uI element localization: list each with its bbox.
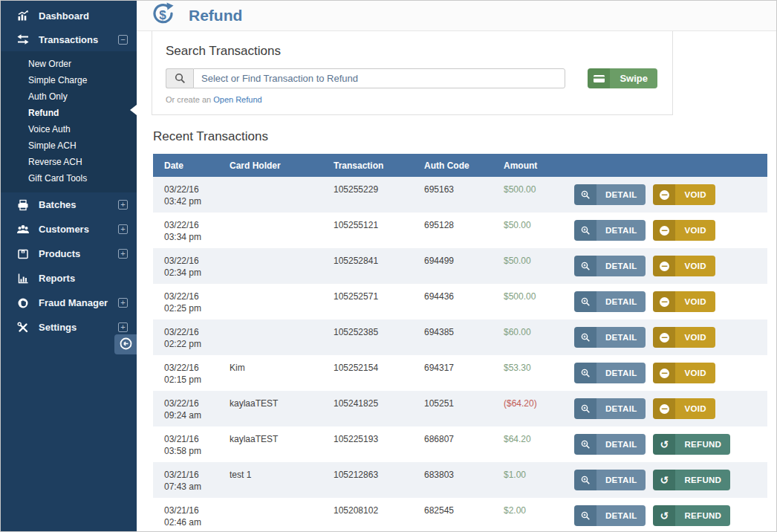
void-button[interactable]: −VOID: [653, 184, 715, 205]
expand-section-toggle[interactable]: +: [118, 249, 128, 259]
submenu-item-auth-only[interactable]: Auth Only: [1, 88, 137, 105]
submenu-item-simple-charge[interactable]: Simple Charge: [1, 72, 137, 88]
sidebar-item-customers[interactable]: Customers +: [1, 217, 137, 241]
detail-button[interactable]: DETAIL: [574, 220, 646, 241]
refund-button[interactable]: ↺REFUND: [653, 470, 730, 490]
void-button[interactable]: −VOID: [653, 327, 715, 348]
cell-card-holder: [230, 284, 334, 319]
cell-card-holder: [230, 248, 334, 284]
table-row: 03/22/16 09:24 am kaylaaTEST 105241825 1…: [153, 391, 767, 426]
page-header: $ Refund: [137, 1, 776, 31]
column-header-auth-code: Auth Code: [424, 160, 504, 171]
recent-transactions-heading: Recent Transactions: [153, 129, 776, 144]
magnifier-plus-icon: [574, 434, 596, 455]
expand-section-toggle[interactable]: +: [118, 224, 128, 234]
cell-amount: $64.20: [504, 426, 574, 462]
swipe-button[interactable]: Swipe: [588, 68, 657, 88]
search-transactions-panel: Search Transactions Swipe Or create an O…: [152, 31, 673, 115]
detail-button[interactable]: DETAIL: [574, 363, 646, 383]
exchange-arrows-icon: [16, 33, 30, 45]
open-refund-link[interactable]: Open Refund: [213, 95, 261, 104]
app-window: Dashboard Transactions − New Order Simpl…: [0, 0, 777, 532]
table-row: 03/21/16 03:58 pm kaylaaTEST 105225193 6…: [153, 426, 767, 462]
collapse-section-toggle[interactable]: −: [118, 35, 128, 45]
cell-card-holder: [230, 177, 334, 213]
users-icon: [16, 224, 30, 236]
submenu-item-simple-ach[interactable]: Simple ACH: [1, 137, 137, 154]
sidebar-collapse-button[interactable]: [114, 334, 137, 354]
sidebar-item-transactions[interactable]: Transactions −: [1, 27, 137, 51]
sidebar-item-reports[interactable]: Reports: [1, 266, 137, 291]
submenu-item-reverse-ach[interactable]: Reverse ACH: [1, 154, 137, 170]
void-button[interactable]: −VOID: [653, 256, 715, 276]
column-header-transaction: Transaction: [334, 160, 424, 171]
column-header-card-holder: Card Holder: [230, 160, 334, 171]
void-button[interactable]: −VOID: [653, 398, 715, 419]
package-icon: [16, 248, 30, 260]
submenu-item-voice-auth[interactable]: Voice Auth: [1, 121, 137, 137]
minus-circle-icon: −: [653, 184, 675, 205]
tools-icon: [16, 322, 30, 334]
sidebar-item-fraud-manager[interactable]: Fraud Manager +: [1, 291, 137, 315]
printer-icon: [16, 199, 30, 211]
detail-button[interactable]: DETAIL: [574, 184, 646, 205]
cell-auth-code: 686807: [424, 426, 504, 462]
expand-section-toggle[interactable]: +: [118, 200, 128, 210]
cell-auth-code: 694317: [424, 355, 504, 391]
cell-amount-negative: ($64.20): [504, 391, 574, 426]
cell-transaction: 105212863: [334, 462, 424, 498]
cell-date: 03/22/16 09:24 am: [153, 391, 230, 426]
detail-button[interactable]: DETAIL: [574, 470, 646, 490]
sidebar-item-batches[interactable]: Batches +: [1, 192, 137, 217]
cell-card-holder: test 1: [230, 462, 334, 498]
cell-amount: $500.00: [504, 284, 574, 319]
detail-button[interactable]: DETAIL: [574, 327, 646, 348]
sidebar-item-products[interactable]: Products +: [1, 241, 137, 266]
cell-transaction: 105252841: [334, 248, 424, 284]
cell-transaction: 105208102: [334, 498, 424, 532]
table-row: 03/22/16 03:42 pm 105255229 695163 $500.…: [153, 177, 767, 213]
sidebar-item-label: Products: [39, 248, 80, 259]
magnifier-plus-icon: [574, 220, 596, 241]
transaction-search-input[interactable]: [193, 68, 565, 88]
refund-button[interactable]: ↺REFUND: [653, 505, 730, 526]
detail-button[interactable]: DETAIL: [574, 398, 646, 419]
magnifier-plus-icon: [574, 398, 596, 419]
submenu-item-refund-active[interactable]: Refund: [1, 105, 137, 121]
cell-card-holder: Kim: [230, 355, 334, 391]
sidebar-item-label: Dashboard: [39, 10, 89, 22]
sidebar-item-label: Fraud Manager: [39, 297, 108, 308]
refund-arrow-icon: ↺: [653, 470, 675, 490]
detail-button[interactable]: DETAIL: [574, 434, 646, 455]
cell-date: 03/22/16 03:42 pm: [153, 177, 230, 213]
void-button[interactable]: −VOID: [653, 291, 715, 312]
expand-section-toggle[interactable]: +: [118, 298, 128, 308]
cell-amount: $500.00: [504, 177, 574, 213]
magnifier-plus-icon: [574, 363, 596, 383]
arrow-left-circle-icon: [120, 337, 132, 352]
detail-button[interactable]: DETAIL: [574, 256, 646, 276]
cell-date: 03/22/16 02:25 pm: [153, 284, 230, 319]
minus-circle-icon: −: [653, 256, 675, 276]
detail-button[interactable]: DETAIL: [574, 291, 646, 312]
cell-auth-code: 694436: [424, 284, 504, 319]
cell-amount: $60.00: [504, 319, 574, 355]
cell-transaction: 105255229: [334, 177, 424, 213]
table-row: 03/22/16 02:34 pm 105252841 694499 $50.0…: [153, 248, 767, 284]
cell-card-holder: [230, 498, 334, 532]
main-content: $ Refund Search Transactions Swipe: [137, 1, 776, 531]
table-row: 03/22/16 02:25 pm 105252571 694436 $500.…: [153, 284, 767, 319]
transaction-search-group: [166, 68, 565, 88]
fraud-hand-icon: [16, 297, 30, 309]
refund-button[interactable]: ↺REFUND: [653, 434, 730, 455]
sidebar-item-dashboard[interactable]: Dashboard: [1, 4, 137, 27]
submenu-item-gift-card-tools[interactable]: Gift Card Tools: [1, 170, 137, 186]
cell-amount: $50.00: [504, 248, 574, 284]
sidebar-item-label: Customers: [39, 224, 89, 235]
magnifier-plus-icon: [574, 505, 596, 526]
void-button[interactable]: −VOID: [653, 363, 715, 383]
submenu-item-new-order[interactable]: New Order: [1, 56, 137, 72]
void-button[interactable]: −VOID: [653, 220, 715, 241]
expand-section-toggle[interactable]: +: [118, 322, 128, 332]
detail-button[interactable]: DETAIL: [574, 505, 646, 526]
